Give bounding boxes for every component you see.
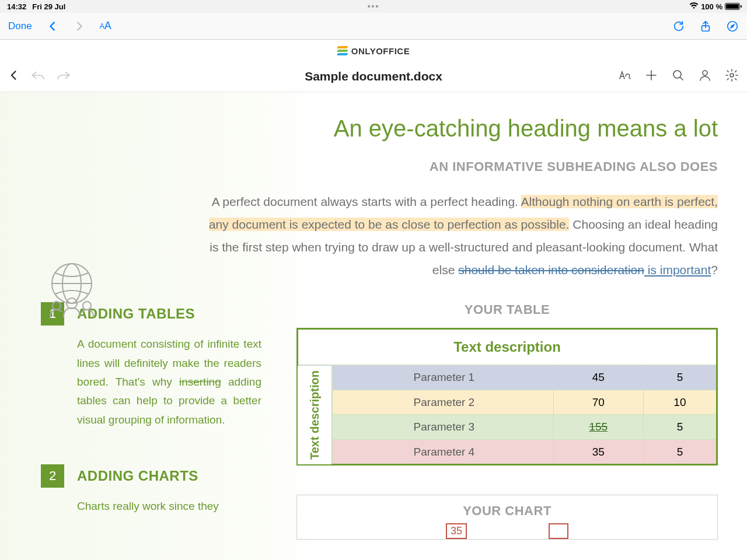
edit-icon[interactable] [617, 68, 631, 85]
svg-point-14 [83, 302, 91, 310]
onlyoffice-logo-icon [337, 46, 348, 56]
search-icon[interactable] [671, 68, 685, 85]
compass-icon[interactable] [726, 20, 739, 33]
reload-button[interactable] [672, 20, 685, 33]
table-cell: 45 [553, 365, 643, 390]
sample-table[interactable]: Text description Text description Parame… [296, 328, 718, 466]
redo-button[interactable] [56, 69, 71, 83]
para-text: A perfect document always starts with a … [212, 195, 521, 208]
svg-line-6 [680, 77, 683, 80]
status-handle-dots: ••• [368, 2, 380, 11]
table-cell: 5 [643, 439, 717, 465]
browser-toolbar: Done AA [0, 13, 747, 40]
svg-point-7 [703, 71, 707, 75]
table-header: Text description [298, 329, 717, 365]
table-cell: 70 [553, 390, 643, 414]
table-cell: 5 [643, 415, 717, 439]
svg-point-8 [730, 74, 734, 77]
table-title[interactable]: YOUR TABLE [296, 302, 718, 317]
share-button[interactable] [699, 20, 712, 33]
tracked-delete: inserting [179, 376, 221, 388]
table-cell: 155 [553, 415, 643, 439]
table-cell: 10 [643, 390, 717, 414]
intro-paragraph[interactable]: A perfect document always starts with a … [11, 191, 718, 281]
add-icon[interactable] [644, 68, 658, 85]
section-2-header[interactable]: 2 ADDING CHARTS [41, 464, 261, 488]
document-page[interactable]: An eye-catching heading means a lot AN I… [0, 92, 747, 560]
tracked-insert: is important [644, 263, 711, 276]
app-brand: ONLYOFFICE [337, 46, 410, 56]
battery-icon [725, 3, 740, 10]
doc-heading-1[interactable]: An eye-catching heading means a lot [11, 116, 718, 142]
section-title: ADDING CHARTS [77, 468, 198, 484]
section-number: 2 [41, 464, 64, 488]
svg-point-13 [53, 302, 61, 310]
svg-marker-2 [731, 24, 734, 28]
tracked-delete: should be taken into consideration [458, 263, 644, 276]
status-time: 14:32 [7, 2, 26, 11]
chart-value: 35 [446, 523, 467, 539]
table-side-header: Text description [298, 365, 333, 465]
ios-status-bar: 14:32 Fri 29 Jul ••• 100 % [0, 0, 747, 13]
document-title: Sample document.docx [305, 69, 442, 83]
section-2-body[interactable]: Charts really work since they [41, 497, 261, 516]
para-text: ? [711, 263, 718, 276]
globe-people-icon [43, 261, 101, 322]
status-date: Fri 29 Jul [32, 2, 65, 11]
table-cell: Parameter 2 [333, 390, 554, 414]
gear-icon[interactable] [725, 68, 739, 85]
user-icon[interactable] [698, 68, 712, 85]
table-cell: 5 [643, 365, 717, 390]
done-button[interactable]: Done [8, 20, 32, 32]
chart-value [549, 523, 568, 539]
chart-title: YOUR CHART [303, 503, 711, 519]
table-cell: Parameter 3 [333, 415, 554, 439]
wifi-icon [689, 2, 699, 11]
text-size-button[interactable]: AA [100, 20, 111, 32]
document-canvas[interactable]: An eye-catching heading means a lot AN I… [0, 92, 747, 560]
doc-subheading[interactable]: AN INFORMATIVE SUBHEADING ALSO DOES [11, 159, 718, 174]
app-header: ONLYOFFICE Sample document.docx [0, 40, 747, 92]
battery-percent: 100 % [701, 2, 722, 11]
back-button[interactable] [8, 67, 20, 86]
table-cell: 35 [553, 439, 643, 465]
nav-back-button[interactable] [46, 20, 59, 33]
brand-label: ONLYOFFICE [351, 46, 410, 56]
undo-button[interactable] [30, 69, 46, 83]
section-1-body[interactable]: A document consisting of infinite text l… [41, 335, 261, 429]
nav-forward-button[interactable] [73, 20, 86, 33]
sample-chart[interactable]: YOUR CHART 35 [296, 495, 718, 540]
table-cell: Parameter 4 [333, 439, 554, 465]
table-cell: Parameter 1 [333, 365, 554, 390]
